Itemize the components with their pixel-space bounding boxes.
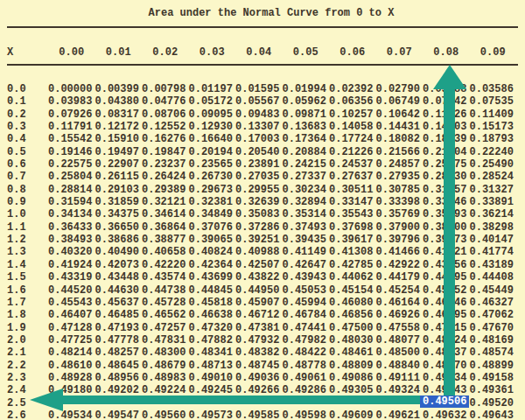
table-cell: 0.09871	[283, 108, 330, 121]
table-cell: 0.04380	[95, 95, 143, 108]
table-cell: 0.49643	[470, 410, 517, 420]
table-body: 0.00.000000.003990.007980.011970.015950.…	[7, 83, 516, 420]
table-cell: 0.31859	[95, 196, 143, 208]
table-row: 1.80.464070.464850.465620.466380.467120.…	[7, 309, 516, 321]
table-cell: 0.15542	[48, 133, 95, 145]
table-cell: 0.27337	[283, 171, 330, 183]
table-row: 2.10.482140.482570.483000.483410.483820.…	[7, 346, 516, 359]
table-row: 2.20.486100.486450.486790.487130.487450.…	[7, 360, 516, 372]
table-cell: 0.48679	[142, 360, 189, 372]
table-cell: 0.31327	[470, 184, 517, 196]
table-cell: 0.39435	[283, 234, 330, 246]
table-row: 2.30.489280.489560.489830.490100.490360.…	[7, 372, 516, 384]
highlighted-cell[interactable]: 0.49506	[420, 396, 469, 408]
table-cell: 0.47128	[48, 322, 95, 334]
table-cell: 0.46485	[95, 309, 143, 321]
column-header: 0.07	[376, 46, 424, 59]
row-label: 1.6	[7, 284, 48, 297]
arrow-left-shaft	[63, 396, 420, 404]
table-cell: 0.33398	[376, 196, 424, 208]
table-row: 1.30.403200.404900.406580.408240.409880.…	[7, 246, 516, 258]
table-cell: 0.17724	[329, 133, 376, 145]
table-cell: 0.37286	[235, 221, 283, 234]
row-label: 2.0	[7, 334, 48, 346]
table-cell: 0.29955	[235, 184, 283, 196]
table-cell: 0.48422	[283, 346, 330, 359]
table-cell: 0.45154	[329, 284, 376, 297]
table-cell: 0.47500	[329, 322, 376, 334]
table-cell: 0.26424	[142, 171, 189, 183]
table-row: 0.20.079260.083170.087060.090950.094830.…	[7, 108, 516, 121]
table-cell: 0.46638	[189, 309, 236, 321]
table-cell: 0.32639	[235, 196, 283, 208]
table-row: 0.60.225750.229070.232370.235650.238910.…	[7, 158, 516, 171]
table-cell: 0.19497	[95, 146, 143, 158]
table-row: 1.60.445200.446300.447380.448450.449500.…	[7, 284, 516, 297]
table-cell: 0.48257	[95, 346, 143, 359]
table-cell: 0.05962	[283, 95, 330, 108]
table-cell: 0.42364	[189, 259, 236, 271]
table-cell: 0.44179	[376, 271, 424, 284]
table-cell: 0.48840	[376, 360, 424, 372]
table-cell: 0.23891	[235, 158, 283, 171]
table-cell: 0.44950	[235, 284, 283, 297]
table-cell: 0.09483	[235, 108, 283, 121]
table-cell: 0.47932	[235, 334, 283, 346]
table-cell: 0.20194	[189, 146, 236, 158]
row-label: 0.3	[7, 121, 48, 133]
table-cell: 0.02790	[376, 83, 424, 95]
table-cell: 0.48899	[470, 360, 517, 372]
table-cell: 0.49621	[376, 410, 424, 420]
table-cell: 0.49585	[235, 410, 283, 420]
table-cell: 0.43319	[48, 271, 95, 284]
table-cell: 0.17003	[235, 133, 283, 145]
table-cell: 0.44062	[329, 271, 376, 284]
table-cell: 0.40658	[142, 246, 189, 258]
table-cell: 0.42922	[376, 259, 424, 271]
table-cell: 0.41149	[283, 246, 330, 258]
table-cell: 0.42073	[95, 259, 143, 271]
table-cell: 0.00399	[95, 83, 143, 95]
table-cell: 0.49598	[283, 410, 330, 420]
table-cell: 0.01595	[235, 83, 283, 95]
table-cell: 0.46562	[142, 309, 189, 321]
table-cell: 0.00000	[48, 83, 95, 95]
table-cell: 0.47381	[235, 322, 283, 334]
table-cell: 0.43699	[189, 271, 236, 284]
table-row: 1.90.471280.471930.472570.473200.473810.…	[7, 322, 516, 334]
table-cell: 0.45728	[142, 297, 189, 309]
table-cell: 0.46856	[329, 309, 376, 321]
table-cell: 0.48500	[376, 346, 424, 359]
table-cell: 0.18082	[376, 133, 424, 145]
table-cell: 0.37493	[283, 221, 330, 234]
table-cell: 0.16640	[189, 133, 236, 145]
table-cell: 0.35083	[235, 208, 283, 220]
table-cell: 0.47831	[142, 334, 189, 346]
table-cell: 0.37076	[189, 221, 236, 234]
column-header: 0.05	[283, 46, 330, 59]
table-cell: 0.49520	[470, 397, 517, 410]
table-cell: 0.20884	[283, 146, 330, 158]
table-cell: 0.01994	[283, 83, 330, 95]
table-cell: 0.39796	[376, 234, 424, 246]
table-cell: 0.38877	[142, 234, 189, 246]
table-cell: 0.37900	[376, 221, 424, 234]
table-cell: 0.21566	[376, 146, 424, 158]
row-label: 2.1	[7, 346, 48, 359]
table-cell: 0.02392	[329, 83, 376, 95]
row-label: 1.4	[7, 259, 48, 271]
table-row: 1.50.433190.434480.435740.436990.438220.…	[7, 271, 516, 284]
table-cell: 0.03983	[48, 95, 95, 108]
table-cell: 0.44408	[470, 271, 517, 284]
table-cell: 0.33891	[470, 196, 517, 208]
row-label: 1.9	[7, 322, 48, 334]
table-cell: 0.40490	[95, 246, 143, 258]
table-cell: 0.34134	[48, 208, 95, 220]
table-cell: 0.47441	[283, 322, 330, 334]
table-cell: 0.49061	[283, 372, 330, 384]
table-cell: 0.47257	[142, 322, 189, 334]
table-cell: 0.48300	[142, 346, 189, 359]
table-cell: 0.48214	[48, 346, 95, 359]
table-cell: 0.48610	[48, 360, 95, 372]
row-label: 0.0	[7, 83, 48, 95]
